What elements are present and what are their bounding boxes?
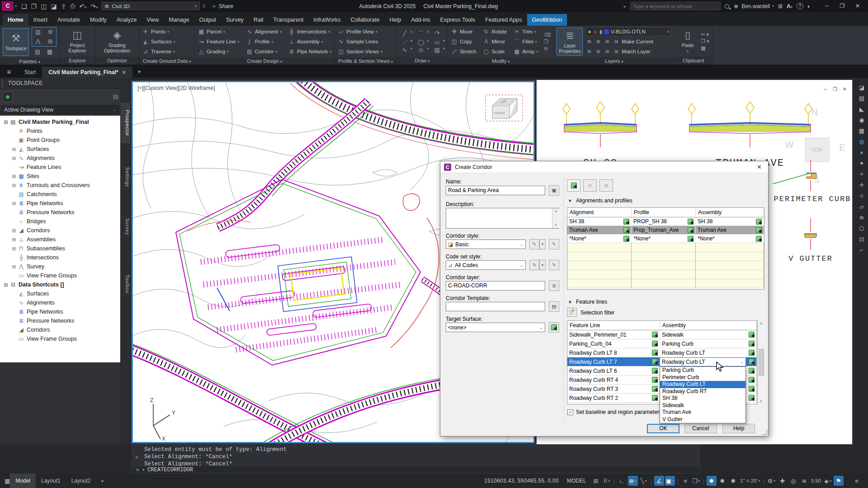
status-toggle-icon[interactable]: 1" = 20' — [739, 476, 761, 486]
status-toggle-icon[interactable]: | — [676, 476, 679, 486]
tool-icon[interactable]: ▦ — [859, 127, 864, 134]
ribbon-button[interactable]: ╬ Intersections ▾ — [288, 27, 331, 36]
tree-expander-icon[interactable]: ⊞ — [11, 237, 17, 243]
assembly-pick-icon[interactable] — [749, 341, 755, 347]
tree-item[interactable]: ⊞ ⋀ Survey — [0, 262, 120, 271]
search-box[interactable] — [630, 2, 721, 10]
template-browse-button[interactable]: ▤ — [549, 301, 559, 312]
alignment-pick-icon[interactable] — [623, 219, 629, 225]
feature-table-scrollbar[interactable]: ˄˅ — [757, 320, 764, 404]
feature-line-pick-icon[interactable] — [652, 341, 658, 347]
dropdown-option[interactable]: Sidewalk — [660, 402, 745, 409]
settings-palette-icon[interactable]: ⚙ — [44, 28, 56, 37]
help-menu-icon[interactable]: ? — [797, 3, 803, 9]
layout-grid-icon[interactable]: ▦ — [5, 478, 10, 484]
status-toggle-icon[interactable]: ✱ — [717, 476, 727, 486]
tool-icon[interactable]: ▱ — [859, 203, 864, 210]
tree-item[interactable]: ⊞ ∿ Alignments — [0, 154, 120, 163]
arc-tool-icon[interactable]: ⌒ — [416, 30, 426, 38]
project-explorer-button[interactable]: ◫ Project Explorer — [62, 28, 92, 56]
tree-item[interactable]: ≣ Pressure Networks — [0, 208, 120, 217]
alignment-row[interactable]: Truman Ave Prop_Truman_Ave Truman Ave — [567, 226, 764, 235]
panel-label[interactable]: Modify ▾ — [448, 57, 553, 65]
status-toggle-icon[interactable]: ⠿ — [602, 476, 612, 486]
status-toggle-icon[interactable]: ▣ — [665, 476, 675, 486]
ribbon-button[interactable]: ◭ Surfaces ▾ — [142, 37, 175, 46]
ribbon-tab[interactable]: Transparent — [268, 14, 308, 26]
assembly-pick-icon[interactable] — [749, 395, 755, 401]
status-toggle-icon[interactable]: ╲ — [639, 476, 649, 486]
restore-button[interactable]: ❐ — [835, 0, 850, 12]
circle-tool-icon[interactable]: ◯ — [416, 39, 426, 46]
toolbox-palette-icon[interactable]: ⊞ — [44, 37, 56, 46]
cut-icon[interactable]: ✂ ▾ — [701, 32, 709, 38]
tree-expander-icon[interactable]: ⊟ — [3, 119, 9, 125]
item-view-icon[interactable]: ⊟ — [113, 93, 118, 100]
match-layer-button[interactable]: ≋≋≋≋ Match Layer — [585, 47, 671, 56]
status-toggle-icon[interactable]: ◈ — [823, 476, 833, 486]
tree-item[interactable]: ⊞ ⊥ Assemblies — [0, 235, 120, 244]
codeset-edit-dropdown[interactable]: ▾ — [539, 260, 546, 270]
ribbon-tab[interactable]: Survey — [221, 14, 249, 26]
survey-palette-icon[interactable]: ⋀ — [32, 37, 44, 46]
panel-label[interactable]: Optimize — [95, 57, 139, 65]
profile-pick-icon[interactable] — [688, 236, 693, 242]
plot-icon[interactable]: ⎙ — [70, 2, 75, 10]
ribbon-button[interactable]: Λ Mirror — [482, 37, 509, 46]
feature-line-row[interactable]: Parking_Curb_04 Parking Curb — [567, 339, 757, 348]
assembly-pick-icon[interactable] — [749, 350, 755, 356]
ribbon-button[interactable]: ≣ Pipe Network ▾ — [288, 47, 331, 56]
selection-filter-button[interactable]: ▽✱ — [567, 308, 577, 317]
feature-line-pick-icon[interactable] — [652, 350, 658, 356]
assembly-combobox[interactable]: Roadway Curb LT⌄ — [660, 357, 746, 366]
ribbon-tab[interactable]: Add-ins — [406, 14, 435, 26]
minimize-button[interactable]: ─ — [819, 0, 835, 12]
add-offset-baseline-button[interactable]: ⊞ — [583, 179, 597, 192]
tree-item[interactable]: ▧ Catchments — [0, 190, 120, 199]
status-toggle-icon[interactable]: ≋ — [799, 476, 809, 486]
tool-icon[interactable]: ● — [860, 149, 863, 156]
codeset-preview-button[interactable]: ✎ — [549, 260, 559, 270]
tree-item[interactable]: ⊞ ⋔ Turnouts and Crossovers — [0, 181, 120, 190]
command-close-icon[interactable]: ✕ — [135, 454, 138, 460]
ribbon-button[interactable]: ▢ Scale — [482, 47, 509, 56]
dropdown-option[interactable]: Roadway Curb LT — [660, 381, 745, 388]
tree-expander-icon[interactable]: ⊞ — [11, 183, 17, 188]
application-menu-button[interactable]: C — [2, 1, 14, 11]
tree-item[interactable]: ∩ Bridges — [0, 217, 120, 226]
ribbon-button[interactable]: ◫ Section Views ▾ — [337, 47, 382, 56]
tree-item[interactable]: ⊟ ▤ Civil Master Parking_Final — [0, 117, 120, 127]
layout-tab[interactable]: Model — [10, 474, 36, 488]
status-toggle-icon[interactable]: ∟ — [617, 476, 627, 486]
ribbon-button[interactable]: ◫ Copy — [451, 37, 478, 46]
alignment-pick-icon[interactable] — [623, 227, 629, 233]
autodesk-app-icon[interactable]: A▾ — [787, 3, 793, 9]
status-toggle-icon[interactable]: | — [613, 476, 616, 486]
tree-expander-icon[interactable]: ⊞ — [11, 228, 17, 234]
tool-icon[interactable]: ✦ — [859, 160, 864, 167]
properties-palette-icon[interactable]: ▥ — [32, 28, 44, 37]
ribbon-tab[interactable]: Annotate — [52, 14, 85, 26]
feature-line-pick-icon[interactable] — [652, 386, 658, 392]
ribbon-button[interactable]: ⌒ Fillet ▾ — [513, 37, 538, 46]
status-toggle-icon[interactable]: ≡ — [680, 476, 690, 486]
redo-icon[interactable]: ↷▾ — [90, 3, 98, 10]
panel-label[interactable]: Clipboard — [675, 57, 712, 65]
app-menu-caret-icon[interactable]: ▾ — [15, 4, 17, 8]
search-input[interactable] — [633, 4, 718, 9]
copy-clip-icon[interactable]: ❐ ▾ — [701, 38, 709, 44]
feature-line-pick-icon[interactable] — [652, 377, 658, 383]
save-icon[interactable]: ◫ — [41, 3, 47, 10]
save-as-icon[interactable]: ◪ — [51, 3, 57, 10]
status-toggle-icon[interactable]: | — [702, 476, 706, 486]
tree-item[interactable]: ↝ Feature Lines — [0, 163, 120, 172]
ribbon-button[interactable]: ∿ Alignment ▾ — [246, 27, 282, 36]
infocenter-collapse-icon[interactable]: ▸ — [624, 4, 626, 9]
tree-item[interactable]: ∿ Alignments — [0, 298, 120, 307]
workspace-switcher[interactable]: ⚙ Civil 3D ▾ — [101, 2, 200, 10]
new-file-icon[interactable]: ❏ — [21, 3, 27, 10]
vp-restore-icon[interactable]: ❐ — [833, 86, 837, 92]
status-toggle-icon[interactable]: | — [650, 476, 653, 486]
revision-cloud-icon[interactable]: ↷ — [432, 30, 442, 38]
description-textarea[interactable] — [446, 208, 559, 229]
